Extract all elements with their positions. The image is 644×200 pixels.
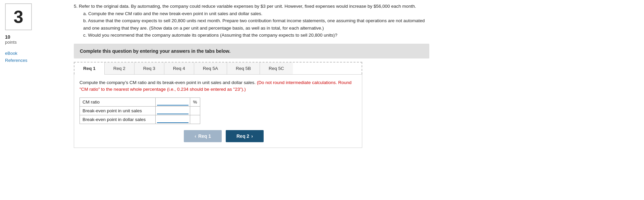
main-content: 5. Refer to the original data. By automa… xyxy=(70,0,439,200)
tab-content-req1: Compute the company’s CM ratio and its b… xyxy=(74,74,362,148)
input-cell-break-even-units[interactable] xyxy=(156,107,190,115)
table-row: Break-even point in unit sales xyxy=(80,107,200,115)
prev-button-label: Req 1 xyxy=(198,133,211,139)
input-cell-cm-ratio[interactable] xyxy=(156,98,190,107)
break-even-dollars-unit xyxy=(190,115,200,124)
prev-arrow-icon xyxy=(195,133,196,139)
instruction-main: Compute the company’s CM ratio and its b… xyxy=(79,80,256,85)
question-number-box: 3 xyxy=(5,3,32,30)
tab-req1[interactable]: Req 1 xyxy=(74,63,105,75)
tab-req4[interactable]: Req 4 xyxy=(164,63,194,74)
next-arrow-icon xyxy=(251,133,253,139)
next-button[interactable]: Req 2 xyxy=(226,130,264,142)
tab-req5a[interactable]: Req 5A xyxy=(194,63,227,74)
break-even-units-unit xyxy=(190,107,200,115)
table-row: Break-even point in dollar sales xyxy=(80,115,200,124)
references-link[interactable]: References xyxy=(5,58,27,63)
problem-intro: 5. Refer to the original data. By automa… xyxy=(74,4,416,9)
instruction-text: Compute the company’s CM ratio and its b… xyxy=(79,79,357,93)
ebook-link[interactable]: eBook xyxy=(5,51,17,56)
question-number: 3 xyxy=(14,7,23,27)
tab-req3[interactable]: Req 3 xyxy=(135,63,164,74)
cm-ratio-unit: % xyxy=(190,98,200,107)
points-value: 10 xyxy=(5,34,10,40)
problem-part-a: a. Compute the new CM ratio and the new … xyxy=(83,10,429,17)
nav-buttons: Req 1 Req 2 xyxy=(79,130,368,142)
tab-req5c[interactable]: Req 5C xyxy=(260,63,293,74)
field-label-break-even-dollars: Break-even point in dollar sales xyxy=(80,115,156,124)
problem-text: 5. Refer to the original data. By automa… xyxy=(74,3,429,39)
tabs-container: Req 1 Req 2 Req 3 Req 4 Req 5A Req 5B Re… xyxy=(74,62,362,74)
input-cell-break-even-dollars[interactable] xyxy=(156,115,190,124)
input-table: CM ratio % Break-even point in unit sale… xyxy=(79,97,200,124)
field-label-break-even-units: Break-even point in unit sales xyxy=(80,107,156,115)
complete-bar: Complete this question by entering your … xyxy=(74,44,429,58)
break-even-dollars-input[interactable] xyxy=(157,116,189,123)
complete-bar-text: Complete this question by entering your … xyxy=(80,48,230,54)
table-row: CM ratio % xyxy=(80,98,200,107)
sidebar: 3 10 points eBook References xyxy=(0,0,70,200)
problem-part-c: c. Would you recommend that the company … xyxy=(83,32,429,39)
problem-part-b: b. Assume that the company expects to se… xyxy=(83,17,429,32)
break-even-units-input[interactable] xyxy=(157,107,189,114)
field-label-cm-ratio: CM ratio xyxy=(80,98,156,107)
points-label: points xyxy=(5,40,17,45)
cm-ratio-input[interactable] xyxy=(157,98,189,106)
tab-req5b[interactable]: Req 5B xyxy=(227,63,260,74)
tab-req2[interactable]: Req 2 xyxy=(105,63,135,74)
next-button-label: Req 2 xyxy=(236,133,249,139)
prev-button[interactable]: Req 1 xyxy=(184,130,222,142)
